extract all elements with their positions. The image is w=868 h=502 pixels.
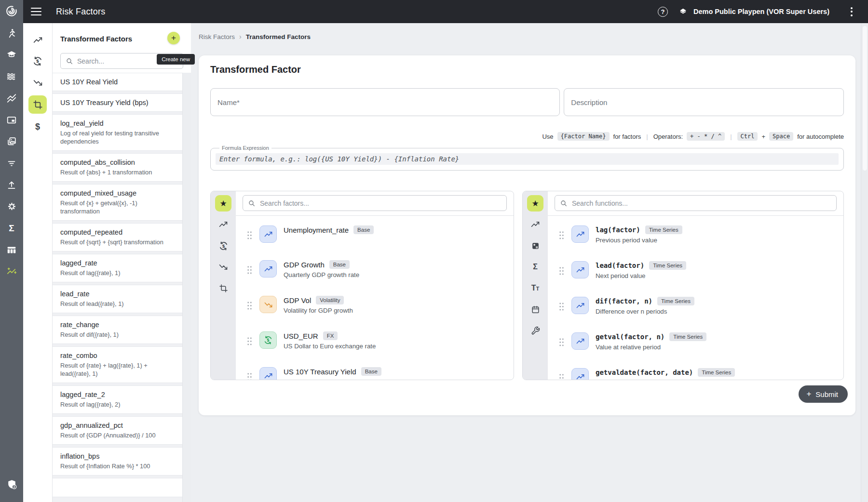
drag-handle-icon[interactable] xyxy=(246,336,253,346)
upload-icon[interactable] xyxy=(0,174,23,196)
refresh-dollar-filter-icon[interactable] xyxy=(215,238,231,254)
trend-up-filter-icon[interactable] xyxy=(527,216,543,233)
trend-up-filter-icon[interactable] xyxy=(215,216,231,233)
calculator-filter-icon[interactable] xyxy=(527,238,543,254)
hint-operators-label: Operators: xyxy=(653,133,683,140)
function-badge: Time Series xyxy=(649,261,686,270)
workspace-selector[interactable]: Demo Public Playpen (VOR Super Users) xyxy=(678,7,829,16)
star-filter-icon-active[interactable]: ★ xyxy=(215,195,231,211)
drag-handle-icon[interactable] xyxy=(558,337,565,347)
function-badge: Time Series xyxy=(645,225,682,234)
create-new-tooltip: Create new xyxy=(157,54,195,65)
picture-in-picture-icon[interactable] xyxy=(0,109,23,131)
function-row[interactable]: getval(factor, n)Time Series Value at re… xyxy=(558,330,839,354)
list-item-partial[interactable] xyxy=(53,478,182,497)
list-item[interactable]: computed_abs_collisionResult of {abs} + … xyxy=(53,153,182,182)
list-item[interactable]: computed_mixed_usageResult of {x} + getv… xyxy=(53,184,182,221)
shield-user-icon[interactable] xyxy=(0,474,23,495)
list-item[interactable]: US 10Y Treasury Yield (bps) xyxy=(53,93,182,112)
trend-up-tile-icon xyxy=(259,260,277,277)
kebab-menu-icon[interactable] xyxy=(848,5,855,18)
drag-handle-icon[interactable] xyxy=(558,266,565,276)
list-item[interactable]: computed_repeatedResult of {sqrt} + {sqr… xyxy=(53,223,182,251)
function-badge: Time Series xyxy=(657,297,694,305)
drag-handle-icon[interactable] xyxy=(246,265,253,275)
drag-handle-icon[interactable] xyxy=(246,301,253,311)
trend-down-filter-icon[interactable] xyxy=(215,259,231,275)
columns-icon[interactable] xyxy=(0,239,23,261)
name-field[interactable] xyxy=(210,88,560,116)
factors-search-input[interactable] xyxy=(260,199,502,207)
sparkline-icon[interactable] xyxy=(0,261,23,282)
main-scrollbar-thumb[interactable] xyxy=(863,26,867,171)
crop-icon-active[interactable] xyxy=(28,95,47,114)
submit-button[interactable]: + Submit xyxy=(799,385,848,403)
calendar-filter-icon[interactable] xyxy=(527,301,543,317)
list-item[interactable]: lagged_rateResult of lag({rate}, 1) xyxy=(53,254,182,282)
layers-icon xyxy=(678,7,688,16)
list-item[interactable]: lagged_rate_2Result of lag({rate}, 2) xyxy=(53,385,182,414)
factors-search[interactable] xyxy=(243,195,507,211)
list-item[interactable]: inflation_bpsResult of {Inflation Rate %… xyxy=(53,447,182,476)
sigma-icon[interactable]: Σ xyxy=(0,217,23,239)
dollar-icon[interactable]: $ xyxy=(28,119,47,135)
drag-handle-icon[interactable] xyxy=(558,373,565,380)
list-item[interactable]: rate_comboResult of {rate} + lag({rate},… xyxy=(53,346,182,383)
star-filter-icon-active[interactable]: ★ xyxy=(527,195,543,211)
trend-down-icon[interactable] xyxy=(28,74,47,91)
name-input[interactable] xyxy=(217,98,553,106)
drag-handle-icon[interactable] xyxy=(558,230,565,240)
factor-row[interactable]: Unemployment_rateBase xyxy=(246,223,509,246)
runner-icon[interactable] xyxy=(0,22,23,44)
factor-row[interactable]: US 10Y Treasury YieldBase 10-Year US Tre… xyxy=(246,364,509,380)
filter-icon[interactable] xyxy=(0,152,23,174)
drag-handle-icon[interactable] xyxy=(558,302,565,312)
images-icon[interactable] xyxy=(0,131,23,152)
main-scrollbar[interactable] xyxy=(861,23,868,502)
description-field[interactable] xyxy=(564,88,844,116)
description-input[interactable] xyxy=(571,98,837,106)
crop-filter-icon[interactable] xyxy=(215,280,231,296)
list-item[interactable]: log_real_yieldLog of real yield for test… xyxy=(53,114,182,151)
factor-badge: Volatility xyxy=(316,296,344,304)
wrench-filter-icon[interactable] xyxy=(527,322,543,339)
refresh-dollar-icon[interactable] xyxy=(28,53,47,69)
help-icon[interactable]: ? xyxy=(658,7,668,17)
card-title: Transformed Factor xyxy=(210,64,844,75)
breadcrumb-parent[interactable]: Risk Factors xyxy=(199,33,235,40)
sigma-filter-icon[interactable]: Σ xyxy=(527,259,543,275)
page-title: Risk Factors xyxy=(56,7,105,17)
sidebar-scrollbar[interactable] xyxy=(182,73,191,502)
factor-row[interactable]: USD_EURFX US Dollar to Euro exchange rat… xyxy=(246,329,509,353)
function-row[interactable]: getvaldate(factor, date)Time Series Valu… xyxy=(558,365,839,380)
app-logo-icon[interactable] xyxy=(0,0,23,22)
refresh-dollar-tile-icon xyxy=(259,331,277,349)
trend-up-tile-icon xyxy=(571,297,589,314)
gear-icon[interactable] xyxy=(0,196,23,217)
waves-icon[interactable] xyxy=(0,66,23,87)
list-item[interactable]: rate_changeResult of dif({rate}, 1) xyxy=(53,316,182,344)
function-badge: Time Series xyxy=(669,332,706,341)
trend-up-tile-icon xyxy=(571,225,589,243)
list-item[interactable]: gdp_annualized_pctResult of {GDP (Annual… xyxy=(53,416,182,445)
function-row[interactable]: lead(factor)Time Series Next period valu… xyxy=(558,258,839,282)
drag-handle-icon[interactable] xyxy=(246,372,253,380)
hamburger-menu-icon[interactable] xyxy=(31,8,41,15)
functions-search[interactable] xyxy=(555,195,837,211)
function-row[interactable]: lag(factor)Time Series Previous period v… xyxy=(558,223,839,247)
factor-row[interactable]: GDP VolVolatility Volatility for GDP gro… xyxy=(246,293,509,317)
formula-expression-label: Formula Expression xyxy=(219,145,271,151)
create-new-button[interactable]: + xyxy=(167,32,180,44)
double-chevron-icon[interactable] xyxy=(0,87,23,109)
functions-search-input[interactable] xyxy=(572,199,831,207)
list-item[interactable]: lead_rateResult of lead({rate}, 1) xyxy=(53,285,182,313)
factor-row[interactable]: GDP GrowthBase Quarterly GDP growth rate xyxy=(246,257,509,281)
list-item[interactable]: US 10Y Real Yield xyxy=(53,73,182,91)
function-row[interactable]: dif(factor, n)Time Series Difference ove… xyxy=(558,294,839,318)
graduation-cap-icon[interactable] xyxy=(0,44,23,66)
text-format-filter-icon[interactable]: TT xyxy=(527,280,543,296)
trend-up-tile-icon xyxy=(571,332,589,350)
formula-input[interactable] xyxy=(219,155,835,163)
drag-handle-icon[interactable] xyxy=(246,230,253,240)
trend-up-icon[interactable] xyxy=(28,32,47,48)
